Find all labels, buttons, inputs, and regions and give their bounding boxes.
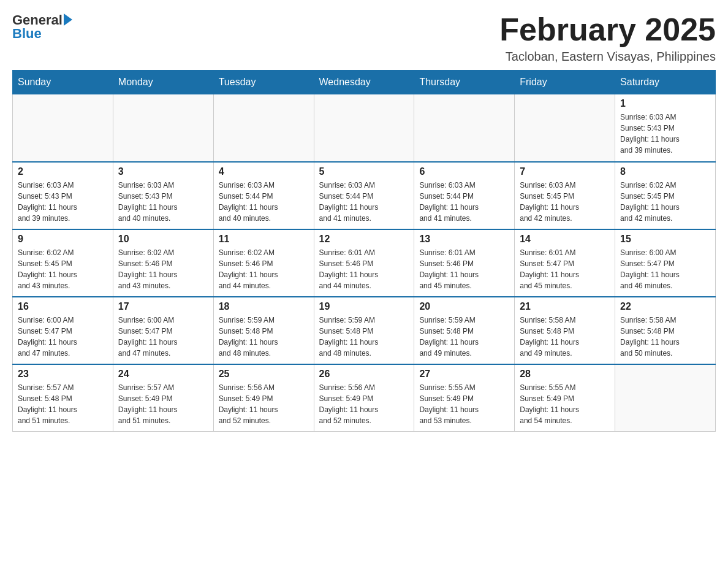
day-header-wednesday: Wednesday	[314, 71, 414, 94]
calendar-cell: 20Sunrise: 5:59 AMSunset: 5:48 PMDayligh…	[414, 297, 515, 364]
day-number: 16	[18, 301, 108, 312]
day-header-sunday: Sunday	[13, 71, 113, 94]
day-header-monday: Monday	[113, 71, 213, 94]
calendar-week-row: 2Sunrise: 6:03 AMSunset: 5:43 PMDaylight…	[13, 162, 716, 229]
day-info: Sunrise: 5:59 AMSunset: 5:48 PMDaylight:…	[219, 315, 309, 359]
day-info: Sunrise: 6:03 AMSunset: 5:43 PMDaylight:…	[620, 112, 710, 156]
calendar-cell: 24Sunrise: 5:57 AMSunset: 5:49 PMDayligh…	[113, 364, 213, 432]
day-info: Sunrise: 6:01 AMSunset: 5:46 PMDaylight:…	[319, 247, 409, 291]
calendar-cell	[314, 94, 414, 162]
day-number: 28	[520, 369, 610, 380]
calendar-title: February 2025	[499, 12, 716, 47]
day-number: 22	[620, 301, 710, 312]
calendar-cell: 27Sunrise: 5:55 AMSunset: 5:49 PMDayligh…	[414, 364, 515, 432]
calendar-cell: 17Sunrise: 6:00 AMSunset: 5:47 PMDayligh…	[113, 297, 213, 364]
day-number: 8	[620, 166, 710, 177]
day-number: 1	[620, 98, 710, 109]
day-info: Sunrise: 6:00 AMSunset: 5:47 PMDaylight:…	[118, 315, 208, 359]
calendar-cell: 2Sunrise: 6:03 AMSunset: 5:43 PMDaylight…	[13, 162, 113, 229]
day-header-tuesday: Tuesday	[213, 71, 314, 94]
calendar-cell: 12Sunrise: 6:01 AMSunset: 5:46 PMDayligh…	[314, 229, 414, 297]
day-info: Sunrise: 6:00 AMSunset: 5:47 PMDaylight:…	[18, 315, 108, 359]
day-info: Sunrise: 6:02 AMSunset: 5:46 PMDaylight:…	[118, 247, 208, 291]
day-info: Sunrise: 5:59 AMSunset: 5:48 PMDaylight:…	[319, 315, 409, 359]
calendar-cell: 25Sunrise: 5:56 AMSunset: 5:49 PMDayligh…	[213, 364, 314, 432]
day-number: 4	[219, 166, 309, 177]
day-header-friday: Friday	[515, 71, 615, 94]
calendar-cell: 10Sunrise: 6:02 AMSunset: 5:46 PMDayligh…	[113, 229, 213, 297]
day-info: Sunrise: 6:03 AMSunset: 5:43 PMDaylight:…	[118, 180, 208, 224]
day-number: 9	[18, 234, 108, 245]
calendar-cell: 23Sunrise: 5:57 AMSunset: 5:48 PMDayligh…	[13, 364, 113, 432]
calendar-cell	[414, 94, 515, 162]
day-info: Sunrise: 5:59 AMSunset: 5:48 PMDaylight:…	[419, 315, 509, 359]
day-number: 13	[419, 234, 509, 245]
calendar-cell: 3Sunrise: 6:03 AMSunset: 5:43 PMDaylight…	[113, 162, 213, 229]
day-info: Sunrise: 5:58 AMSunset: 5:48 PMDaylight:…	[620, 315, 710, 359]
day-number: 2	[18, 166, 108, 177]
day-number: 11	[219, 234, 309, 245]
logo-arrow-icon	[64, 13, 72, 26]
day-info: Sunrise: 6:03 AMSunset: 5:45 PMDaylight:…	[520, 180, 610, 224]
day-number: 21	[520, 301, 610, 312]
calendar-cell: 14Sunrise: 6:01 AMSunset: 5:47 PMDayligh…	[515, 229, 615, 297]
day-info: Sunrise: 5:55 AMSunset: 5:49 PMDaylight:…	[520, 382, 610, 426]
day-info: Sunrise: 5:56 AMSunset: 5:49 PMDaylight:…	[319, 382, 409, 426]
day-number: 5	[319, 166, 409, 177]
calendar-cell: 26Sunrise: 5:56 AMSunset: 5:49 PMDayligh…	[314, 364, 414, 432]
day-info: Sunrise: 6:02 AMSunset: 5:46 PMDaylight:…	[219, 247, 309, 291]
calendar-table: SundayMondayTuesdayWednesdayThursdayFrid…	[12, 70, 716, 432]
day-info: Sunrise: 5:55 AMSunset: 5:49 PMDaylight:…	[419, 382, 509, 426]
calendar-cell: 5Sunrise: 6:03 AMSunset: 5:44 PMDaylight…	[314, 162, 414, 229]
day-number: 25	[219, 369, 309, 380]
calendar-cell	[113, 94, 213, 162]
day-info: Sunrise: 6:03 AMSunset: 5:44 PMDaylight:…	[219, 180, 309, 224]
calendar-cell: 9Sunrise: 6:02 AMSunset: 5:45 PMDaylight…	[13, 229, 113, 297]
calendar-cell: 11Sunrise: 6:02 AMSunset: 5:46 PMDayligh…	[213, 229, 314, 297]
calendar-cell: 4Sunrise: 6:03 AMSunset: 5:44 PMDaylight…	[213, 162, 314, 229]
day-info: Sunrise: 5:57 AMSunset: 5:48 PMDaylight:…	[18, 382, 108, 426]
calendar-cell	[615, 364, 716, 432]
calendar-cell: 15Sunrise: 6:00 AMSunset: 5:47 PMDayligh…	[615, 229, 716, 297]
calendar-cell	[13, 94, 113, 162]
day-info: Sunrise: 6:03 AMSunset: 5:44 PMDaylight:…	[319, 180, 409, 224]
logo-blue: Blue	[12, 26, 72, 42]
day-number: 26	[319, 369, 409, 380]
day-number: 17	[118, 301, 208, 312]
day-number: 14	[520, 234, 610, 245]
calendar-cell: 18Sunrise: 5:59 AMSunset: 5:48 PMDayligh…	[213, 297, 314, 364]
calendar-cell: 7Sunrise: 6:03 AMSunset: 5:45 PMDaylight…	[515, 162, 615, 229]
calendar-cell: 8Sunrise: 6:02 AMSunset: 5:45 PMDaylight…	[615, 162, 716, 229]
calendar-cell: 1Sunrise: 6:03 AMSunset: 5:43 PMDaylight…	[615, 94, 716, 162]
day-info: Sunrise: 6:03 AMSunset: 5:44 PMDaylight:…	[419, 180, 509, 224]
day-info: Sunrise: 6:01 AMSunset: 5:47 PMDaylight:…	[520, 247, 610, 291]
day-info: Sunrise: 6:02 AMSunset: 5:45 PMDaylight:…	[620, 180, 710, 224]
day-number: 24	[118, 369, 208, 380]
day-info: Sunrise: 6:03 AMSunset: 5:43 PMDaylight:…	[18, 180, 108, 224]
day-number: 12	[319, 234, 409, 245]
day-info: Sunrise: 6:02 AMSunset: 5:45 PMDaylight:…	[18, 247, 108, 291]
calendar-week-row: 16Sunrise: 6:00 AMSunset: 5:47 PMDayligh…	[13, 297, 716, 364]
day-info: Sunrise: 6:00 AMSunset: 5:47 PMDaylight:…	[620, 247, 710, 291]
logo: General Blue	[12, 12, 72, 42]
calendar-cell: 16Sunrise: 6:00 AMSunset: 5:47 PMDayligh…	[13, 297, 113, 364]
calendar-cell	[213, 94, 314, 162]
day-number: 23	[18, 369, 108, 380]
day-number: 15	[620, 234, 710, 245]
title-area: February 2025 Tacloban, Eastern Visayas,…	[499, 12, 716, 64]
calendar-cell: 13Sunrise: 6:01 AMSunset: 5:46 PMDayligh…	[414, 229, 515, 297]
day-number: 7	[520, 166, 610, 177]
day-info: Sunrise: 5:56 AMSunset: 5:49 PMDaylight:…	[219, 382, 309, 426]
calendar-cell: 19Sunrise: 5:59 AMSunset: 5:48 PMDayligh…	[314, 297, 414, 364]
calendar-cell: 28Sunrise: 5:55 AMSunset: 5:49 PMDayligh…	[515, 364, 615, 432]
day-number: 6	[419, 166, 509, 177]
day-info: Sunrise: 6:01 AMSunset: 5:46 PMDaylight:…	[419, 247, 509, 291]
day-info: Sunrise: 5:57 AMSunset: 5:49 PMDaylight:…	[118, 382, 208, 426]
calendar-cell	[515, 94, 615, 162]
calendar-subtitle: Tacloban, Eastern Visayas, Philippines	[499, 50, 716, 64]
calendar-week-row: 23Sunrise: 5:57 AMSunset: 5:48 PMDayligh…	[13, 364, 716, 432]
day-number: 3	[118, 166, 208, 177]
calendar-header-row: SundayMondayTuesdayWednesdayThursdayFrid…	[13, 71, 716, 94]
calendar-cell: 6Sunrise: 6:03 AMSunset: 5:44 PMDaylight…	[414, 162, 515, 229]
page-header: General Blue February 2025 Tacloban, Eas…	[12, 12, 716, 64]
